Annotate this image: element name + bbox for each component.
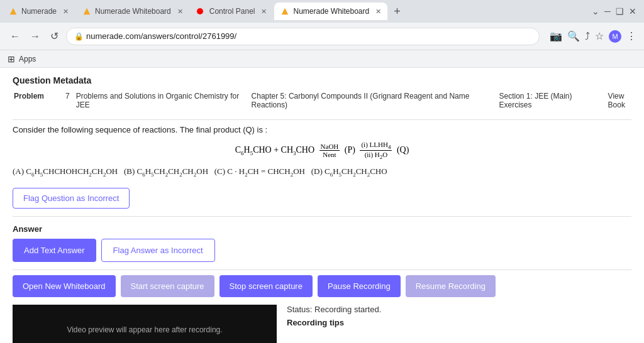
section-text: Section 1: JEE (Main) Exercises bbox=[499, 90, 606, 111]
recording-status: Status: Recording started. bbox=[287, 305, 381, 314]
recording-info: Status: Recording started. Recording tip… bbox=[287, 305, 381, 343]
refresh-button[interactable]: ↺ bbox=[48, 28, 61, 45]
tab-label-3: Control Panel bbox=[209, 7, 255, 16]
address-bar: ← → ↺ 🔒 numerade.com/answers/control/276… bbox=[0, 23, 644, 50]
chapter-text: Chapter 5: Carbonyl Compounds II (Grigna… bbox=[252, 90, 498, 111]
new-tab-button[interactable]: + bbox=[389, 5, 406, 18]
recording-controls: Open New Whiteboard Start screen capture… bbox=[13, 275, 631, 297]
tab-close-4[interactable]: ✕ bbox=[375, 8, 381, 16]
page-content: Question Metadata Problem 7 Problems and… bbox=[0, 68, 644, 343]
problem-number: 7 bbox=[65, 90, 75, 111]
answer-action-buttons: Add Text Answer Flag Answer as Incorrect bbox=[13, 239, 631, 262]
recording-tips-title: Recording tips bbox=[287, 318, 344, 327]
metadata-title: Question Metadata bbox=[13, 75, 631, 85]
share-icon[interactable]: ⤴ bbox=[585, 31, 590, 42]
profile-icon[interactable]: M bbox=[609, 30, 621, 43]
menu-icon[interactable]: ⋮ bbox=[626, 30, 636, 42]
numerade-tab-icon-2 bbox=[82, 7, 91, 16]
divider-1 bbox=[13, 119, 631, 120]
tab-whiteboard-2-active[interactable]: Numerade Whiteboard ✕ bbox=[274, 3, 387, 20]
open-whiteboard-button[interactable]: Open New Whiteboard bbox=[13, 275, 116, 297]
search-icon[interactable]: 🔍 bbox=[567, 30, 580, 42]
recording-tips: Recording tips bbox=[287, 318, 381, 327]
tab-control-panel[interactable]: Control Panel ✕ bbox=[191, 3, 274, 20]
tab-label-2: Numerade Whiteboard bbox=[95, 7, 171, 16]
camera-icon[interactable]: 📷 bbox=[550, 30, 562, 42]
video-preview: Video preview will appear here after rec… bbox=[13, 305, 277, 343]
address-bar-actions: 📷 🔍 ⤴ ☆ M ⋮ bbox=[550, 30, 636, 43]
answer-label: Answer bbox=[13, 224, 631, 234]
svg-marker-2 bbox=[282, 8, 289, 15]
view-label[interactable]: View Book bbox=[608, 90, 630, 111]
svg-marker-1 bbox=[84, 8, 91, 15]
formula-area: C6H5CHO + CH3CHO NaOH Nent (P) (i) LLHH4… bbox=[13, 141, 631, 160]
question-text: Consider the following sequence of react… bbox=[13, 125, 631, 134]
flag-answer-button[interactable]: Flag Answer as Incorrect bbox=[101, 239, 215, 262]
tab-label-4: Numerade Whiteboard bbox=[293, 7, 369, 16]
apps-grid-icon: ⊞ bbox=[8, 54, 15, 64]
metadata-table: Problem 7 Problems and Solutions in Orga… bbox=[13, 89, 631, 112]
forward-button[interactable]: → bbox=[28, 28, 43, 45]
answer-choices: (A) C6H5CHCHOHCH2CH2OH (B) C6H5CH2CH2CH2… bbox=[13, 166, 631, 178]
video-preview-text: Video preview will appear here after rec… bbox=[67, 325, 222, 334]
numerade-tab-icon-1 bbox=[9, 7, 18, 16]
start-screen-capture-button[interactable]: Start screen capture bbox=[121, 275, 214, 297]
flag-question-button[interactable]: Flag Question as Incorrect bbox=[13, 188, 130, 209]
question-section: Consider the following sequence of react… bbox=[13, 125, 631, 209]
maximize-icon[interactable]: ❑ bbox=[616, 6, 624, 16]
divider-2 bbox=[13, 216, 631, 217]
svg-marker-0 bbox=[10, 8, 17, 15]
divider-3 bbox=[13, 270, 631, 270]
tab-list-icon[interactable]: ⌄ bbox=[592, 6, 599, 16]
url-bar[interactable]: 🔒 numerade.com/answers/control/2761999/ bbox=[66, 28, 540, 45]
tab-bar-extras: ⌄ ─ ❑ ✕ bbox=[592, 6, 641, 16]
tab-close-1[interactable]: ✕ bbox=[63, 8, 69, 16]
tab-bar: Numerade ✕ Numerade Whiteboard ✕ Control… bbox=[0, 0, 644, 23]
resume-recording-button[interactable]: Resume Recording bbox=[406, 275, 496, 297]
numerade-tab-icon-4 bbox=[280, 7, 289, 16]
lock-icon: 🔒 bbox=[74, 32, 84, 41]
metadata-section: Question Metadata Problem 7 Problems and… bbox=[13, 75, 631, 112]
close-window-icon[interactable]: ✕ bbox=[629, 6, 636, 16]
add-text-answer-button[interactable]: Add Text Answer bbox=[13, 239, 96, 262]
metadata-row-problem: Problem 7 Problems and Solutions in Orga… bbox=[14, 90, 630, 111]
pause-recording-button[interactable]: Pause Recording bbox=[318, 275, 401, 297]
tab-numerade-1[interactable]: Numerade ✕ bbox=[3, 3, 75, 20]
apps-label[interactable]: Apps bbox=[19, 55, 36, 63]
tab-label-1: Numerade bbox=[21, 7, 57, 16]
recording-dot bbox=[197, 8, 203, 14]
tab-close-3[interactable]: ✕ bbox=[261, 8, 267, 16]
problem-description: Problems and Solutions in Organic Chemis… bbox=[76, 90, 250, 111]
problem-label: Problem bbox=[14, 90, 64, 111]
browser-chrome: Numerade ✕ Numerade Whiteboard ✕ Control… bbox=[0, 0, 644, 68]
url-text: numerade.com/answers/control/2761999/ bbox=[86, 31, 236, 41]
bookmark-icon[interactable]: ☆ bbox=[595, 30, 604, 42]
preview-area: Video preview will appear here after rec… bbox=[13, 305, 631, 343]
answer-section: Answer Add Text Answer Flag Answer as In… bbox=[13, 224, 631, 262]
chemical-equation: C6H5CHO + CH3CHO NaOH Nent (P) (i) LLHH4… bbox=[235, 145, 409, 155]
tab-close-2[interactable]: ✕ bbox=[177, 8, 183, 16]
minimize-icon[interactable]: ─ bbox=[604, 6, 611, 16]
tab-whiteboard-1[interactable]: Numerade Whiteboard ✕ bbox=[76, 3, 189, 20]
back-button[interactable]: ← bbox=[8, 28, 23, 45]
status-text: Status: Recording started. bbox=[287, 305, 381, 314]
stop-screen-capture-button[interactable]: Stop screen capture bbox=[219, 275, 313, 297]
bookmarks-bar: ⊞ Apps bbox=[0, 50, 644, 68]
